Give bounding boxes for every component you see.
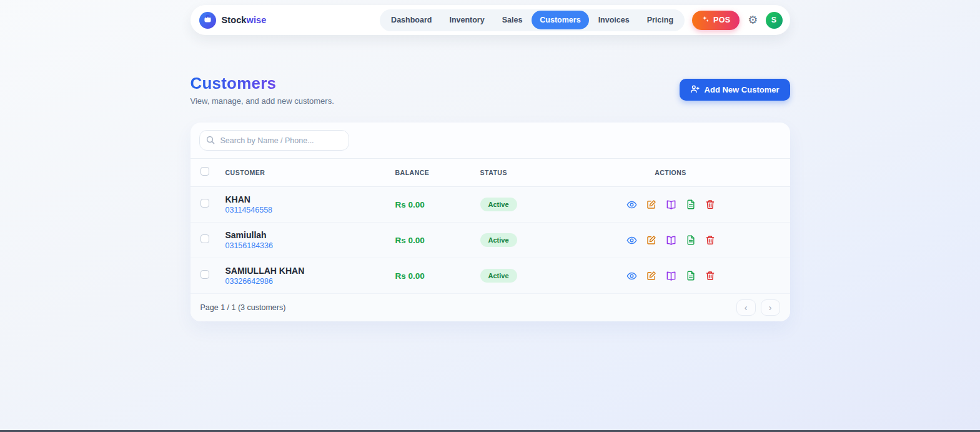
search-icon (205, 135, 215, 148)
table-row: SAMIULLAH KHAN 03326642986 Rs 0.00 Activ… (191, 258, 790, 294)
view-icon[interactable] (626, 271, 637, 281)
customer-balance: Rs 0.00 (395, 200, 480, 209)
delete-trash-icon[interactable] (705, 271, 715, 281)
view-icon[interactable] (626, 199, 637, 210)
page-header: Customers View, manage, and add new cust… (191, 74, 334, 106)
ledger-book-icon[interactable] (666, 199, 676, 210)
brand-logo (199, 12, 216, 29)
ledger-book-icon[interactable] (666, 271, 676, 281)
pos-button[interactable]: POS (692, 11, 740, 30)
user-avatar[interactable]: S (766, 12, 783, 29)
table-row: KHAN 03114546558 Rs 0.00 Active (191, 187, 790, 223)
add-new-customer-button[interactable]: Add New Customer (680, 79, 790, 101)
column-header-balance: BALANCE (395, 169, 480, 176)
column-header-status: STATUS (480, 169, 611, 176)
previous-page-button[interactable]: ‹ (736, 299, 756, 316)
customer-phone[interactable]: 03114546558 (225, 206, 395, 214)
top-navbar: Stockwise Dashboard Inventory Sales Cust… (191, 5, 790, 35)
delete-trash-icon[interactable] (705, 199, 715, 209)
nav-item-customers[interactable]: Customers (532, 11, 588, 29)
customer-balance: Rs 0.00 (395, 236, 480, 245)
row-checkbox[interactable] (200, 270, 209, 279)
status-badge: Active (480, 198, 517, 211)
invoice-file-icon[interactable] (686, 271, 696, 281)
nav-item-inventory[interactable]: Inventory (441, 11, 492, 29)
view-icon[interactable] (626, 235, 637, 246)
select-all-checkbox[interactable] (200, 167, 209, 176)
customer-name: KHAN (225, 194, 395, 205)
edit-icon[interactable] (646, 271, 656, 281)
customer-name: SAMIULLAH KHAN (225, 266, 395, 276)
customer-phone[interactable]: 03326642986 (225, 277, 395, 286)
table-row: Samiullah 03156184336 Rs 0.00 Active (191, 223, 790, 258)
gear-icon[interactable]: ⚙ (748, 14, 758, 26)
invoice-file-icon[interactable] (686, 235, 696, 245)
customer-name: Samiullah (225, 230, 395, 241)
column-header-actions: ACTIONS (611, 169, 730, 176)
person-plus-icon (690, 84, 700, 96)
edit-icon[interactable] (646, 235, 656, 245)
edit-icon[interactable] (646, 199, 656, 209)
next-page-button[interactable]: › (761, 299, 780, 316)
pagination-summary: Page 1 / 1 (3 customers) (200, 303, 286, 312)
nav-item-pricing[interactable]: Pricing (639, 11, 681, 29)
table-header-row: CUSTOMER BALANCE STATUS ACTIONS (191, 159, 790, 187)
column-header-customer: CUSTOMER (225, 169, 395, 176)
nav-item-invoices[interactable]: Invoices (590, 11, 638, 29)
table-footer: Page 1 / 1 (3 customers) ‹ › (191, 294, 790, 321)
delete-trash-icon[interactable] (705, 235, 715, 245)
main-nav: Dashboard Inventory Sales Customers Invo… (380, 9, 685, 31)
ledger-book-icon[interactable] (666, 235, 676, 246)
row-checkbox[interactable] (200, 199, 209, 208)
shopping-bag-icon (203, 14, 212, 26)
nav-item-sales[interactable]: Sales (494, 11, 531, 29)
customer-phone[interactable]: 03156184336 (225, 241, 395, 250)
status-badge: Active (480, 233, 517, 247)
page-subtitle: View, manage, and add new customers. (191, 96, 334, 106)
customer-balance: Rs 0.00 (395, 271, 480, 281)
invoice-file-icon[interactable] (686, 199, 696, 209)
status-badge: Active (480, 269, 517, 283)
row-checkbox[interactable] (200, 234, 209, 243)
page-title: Customers (191, 74, 334, 93)
nav-item-dashboard[interactable]: Dashboard (383, 11, 440, 29)
customers-card: CUSTOMER BALANCE STATUS ACTIONS KHAN 031… (191, 123, 790, 321)
brand-name: Stockwise (222, 15, 267, 25)
sparkles-icon (701, 15, 710, 25)
search-input[interactable] (199, 130, 349, 151)
